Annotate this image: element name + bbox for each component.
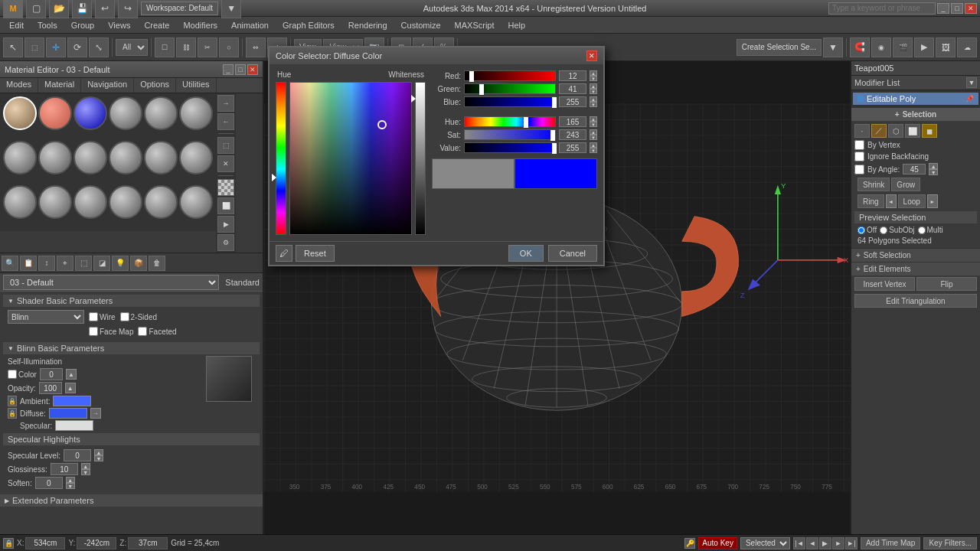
menu-graph-editors[interactable]: Graph Editors [276,19,341,31]
diffuse-arrow[interactable]: → [90,408,101,419]
render-frame-btn[interactable]: 🖼 [936,37,956,57]
sat-input[interactable]: 243 [559,129,586,140]
insert-vertex-btn[interactable]: Insert Vertex [854,277,915,291]
go-start-btn[interactable]: |◄ [793,537,805,549]
blue-slider[interactable] [464,96,556,107]
sphere-9[interactable] [74,141,107,174]
edit-triangulation-btn[interactable]: Edit Triangulation [854,294,977,308]
loop-btn[interactable]: Loop [898,194,926,208]
ambient-swatch[interactable] [53,396,91,406]
blinn-params-header[interactable]: ▼ Blinn Basic Parameters [3,342,260,354]
spec-down[interactable]: ▼ [94,455,103,461]
save-btn[interactable]: 💾 [72,0,92,18]
y-input[interactable] [77,537,116,549]
max-btn[interactable]: □ [951,3,963,14]
si-spinner-up[interactable]: ▲ [66,369,77,380]
extended-params-header[interactable]: ▶ Extended Parameters [0,494,263,507]
sat-slider[interactable] [464,129,556,140]
scale-btn[interactable]: ⤡ [89,37,109,57]
sphere-4[interactable] [109,96,142,130]
sphere-3[interactable] [74,96,107,130]
sel-border-btn[interactable]: ⬡ [888,124,903,138]
sphere-5[interactable] [144,96,178,130]
mat-tool-5[interactable]: ⬚ [75,256,92,271]
nav-options[interactable]: Options [134,78,176,93]
menu-views[interactable]: Views [102,19,136,31]
min-btn[interactable]: _ [937,3,949,14]
sphere-15[interactable] [74,185,107,219]
soften-up[interactable]: ▲ [66,477,75,483]
ok-btn[interactable]: OK [508,245,544,262]
sat-up[interactable]: ▲ [590,129,597,135]
nav-material[interactable]: Material [38,78,81,93]
loop-spinner-down[interactable]: ► [927,194,938,208]
mat-tool-1[interactable]: 🔍 [2,256,18,271]
add-time-btn[interactable]: Add Time Map [861,537,920,549]
eyedropper-btn[interactable]: 🖊 [276,245,292,262]
mat-tool-8[interactable]: 📦 [130,256,147,271]
sphere-1[interactable] [3,96,37,130]
menu-animation[interactable]: Animation [225,19,275,31]
new-btn[interactable]: ▢ [26,0,46,18]
magnet-btn[interactable]: 🧲 [850,37,870,57]
selected-dropdown[interactable]: Selected [740,537,790,549]
spec-up[interactable]: ▲ [94,449,103,455]
grow-btn[interactable]: Grow [891,178,920,191]
mat-assign-btn[interactable]: → [217,95,234,112]
hue-strip[interactable] [276,82,286,235]
value-up[interactable]: ▲ [590,142,597,148]
value-down[interactable]: ▼ [590,148,597,153]
multi-radio[interactable]: Multi [918,226,943,234]
color-gradient-svg[interactable] [289,82,412,235]
si-color-input[interactable] [40,368,63,380]
sphere-13[interactable] [3,185,37,219]
ambient-lock[interactable]: 🔒 [8,396,17,406]
mat-tool-9[interactable]: 🗑 [149,256,165,271]
menu-customize[interactable]: Customize [395,19,447,31]
wire-check[interactable]: Wire [89,312,116,321]
mat-tool-2[interactable]: 📋 [20,256,37,271]
mat-get-btn[interactable]: ← [217,113,234,130]
angle-down[interactable]: ▼ [929,169,938,175]
create-sel-dropdown[interactable]: ▼ [823,37,843,57]
mat-checkered[interactable]: □ [217,179,234,196]
move-btn[interactable]: ✛ [46,37,66,57]
hue-up[interactable]: ▲ [590,116,597,122]
undo-btn[interactable]: ↩ [95,0,115,18]
twosided-check[interactable]: 2-Sided [120,312,157,321]
editable-poly-modifier[interactable]: Editable Poly 📌 [853,93,978,105]
by-angle-input[interactable] [903,164,926,174]
sphere-8[interactable] [38,141,72,174]
close-btn[interactable]: ✕ [965,3,977,14]
x-input[interactable] [25,537,65,549]
menu-maxscript[interactable]: MAXScript [449,19,501,31]
specular-swatch[interactable] [55,420,93,431]
mat-delete-btn[interactable]: ✕ [217,155,234,172]
sel-edge-btn[interactable]: ／ [871,124,887,138]
value-input[interactable]: 255 [559,142,586,153]
red-down[interactable]: ▼ [590,76,597,81]
sel-element-btn[interactable]: ◼ [922,124,937,138]
soften-input[interactable] [35,477,63,489]
faceted-check[interactable]: Faceted [138,327,176,336]
mat-bg-btn[interactable]: ⬜ [217,197,234,214]
redo-btn[interactable]: ↪ [118,0,138,18]
by-vertex-check[interactable] [854,140,864,150]
soft-selection-header[interactable]: + Soft Selection [851,248,980,262]
green-down[interactable]: ▼ [590,89,597,94]
sphere-17[interactable] [144,185,178,219]
off-radio[interactable]: Off [858,226,877,234]
sphere-18[interactable] [179,185,213,219]
spec-level-input[interactable] [64,449,91,461]
mat-maximize-btn[interactable]: □ [235,64,246,75]
mat-new-btn[interactable]: ⬚ [217,137,234,154]
render-setup-btn[interactable]: 🎬 [893,37,913,57]
mat-close-btn[interactable]: ✕ [247,64,258,75]
filter-dropdown[interactable]: All [116,39,148,56]
preview-sel-header[interactable]: Preview Selection [854,211,977,223]
value-slider[interactable] [464,142,556,153]
search-input[interactable] [828,2,936,15]
flip-btn[interactable]: Flip [916,277,977,291]
select-btn[interactable]: ↖ [3,37,23,57]
next-frame-btn[interactable]: ► [832,537,844,549]
